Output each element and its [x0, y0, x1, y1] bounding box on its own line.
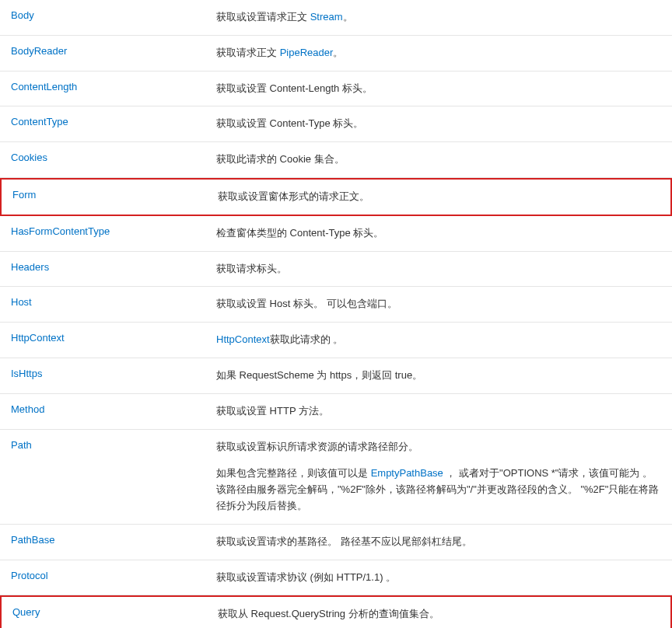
property-link[interactable]: Headers [11, 261, 49, 273]
description-text: 获取或设置请求的基路径。 路径基不应以尾部斜杠结尾。 [216, 536, 472, 547]
property-row: Form获取或设置窗体形式的请求正文。 [0, 178, 672, 216]
description-paragraph: HttpContext获取此请求的 。 [216, 332, 661, 348]
property-name-cell: BodyReader [0, 36, 216, 71]
description-text: 。 [343, 11, 353, 23]
property-name-cell: IsHttps [0, 358, 216, 393]
property-description-cell: 获取或设置请求正文 Stream。 [216, 0, 672, 35]
inline-link[interactable]: Empty [371, 467, 400, 479]
description-paragraph: 如果 RequestScheme 为 https，则返回 true。 [216, 368, 661, 384]
property-description-cell: 获取或设置请求的基路径。 路径基不应以尾部斜杠结尾。 [216, 525, 672, 560]
property-link[interactable]: BodyReader [11, 45, 67, 57]
property-name-cell: Form [2, 180, 218, 215]
property-row: PathBase获取或设置请求的基路径。 路径基不应以尾部斜杠结尾。 [0, 525, 672, 560]
property-link[interactable]: ContentLength [11, 81, 77, 92]
description-text: 获取或设置请求协议 (例如 HTTP/1.1) 。 [216, 571, 396, 583]
property-description-cell: 获取请求正文 PipeReader。 [216, 36, 672, 71]
property-link[interactable]: Path [11, 439, 32, 451]
property-row: Cookies获取此请求的 Cookie 集合。 [0, 142, 672, 178]
property-name-cell: Path [0, 430, 216, 524]
property-name-cell: Method [0, 394, 216, 429]
description-text: 如果 RequestScheme 为 https，则返回 true。 [216, 369, 422, 381]
property-link[interactable]: Query [12, 606, 40, 618]
property-name-cell: Host [0, 287, 216, 322]
description-paragraph: 获取或设置请求的基路径。 路径基不应以尾部斜杠结尾。 [216, 534, 661, 550]
description-paragraph: 获取或设置窗体形式的请求正文。 [218, 189, 660, 205]
description-text: 获取或设置 HTTP 方法。 [216, 405, 329, 417]
property-link[interactable]: Body [11, 9, 34, 21]
description-text: 获取此请求的 Cookie 集合。 [216, 153, 345, 165]
property-link[interactable]: HasFormContentType [11, 225, 110, 237]
property-row: Path获取或设置标识所请求资源的请求路径部分。如果包含完整路径，则该值可以是 … [0, 430, 672, 525]
description-paragraph: 获取请求正文 PipeReader。 [216, 45, 661, 61]
property-name-cell: Cookies [0, 142, 216, 177]
property-row: Body获取或设置请求正文 Stream。 [0, 0, 672, 36]
description-text: 获取或设置 Content-Length 标头。 [216, 82, 373, 94]
properties-table: Body获取或设置请求正文 Stream。BodyReader获取请求正文 Pi… [0, 0, 672, 628]
property-row: Method获取或设置 HTTP 方法。 [0, 394, 672, 430]
description-text: 获取或设置 Host 标头。 可以包含端口。 [216, 298, 397, 309]
description-text: 获取或设置窗体形式的请求正文。 [218, 190, 369, 202]
property-name-cell: Body [0, 0, 216, 35]
property-name-cell: Query [2, 597, 218, 628]
property-link[interactable]: Protocol [11, 570, 48, 581]
property-description-cell: 获取请求标头。 [216, 252, 672, 287]
inline-link[interactable]: HttpContext [216, 333, 270, 345]
description-paragraph: 获取或设置 Host 标头。 可以包含端口。 [216, 296, 661, 312]
inline-link[interactable]: PipeReader [280, 47, 334, 58]
property-description-cell: 检查窗体类型的 Content-Type 标头。 [216, 216, 672, 251]
property-link[interactable]: HttpContext [11, 332, 65, 344]
property-description-cell: 获取或设置 Content-Length 标头。 [216, 72, 672, 106]
property-name-cell: HttpContext [0, 323, 216, 358]
property-name-cell: Protocol [0, 560, 216, 595]
property-link[interactable]: Cookies [11, 152, 47, 163]
property-description-cell: 获取或设置请求协议 (例如 HTTP/1.1) 。 [216, 560, 672, 595]
property-description-cell: 获取或设置 HTTP 方法。 [216, 394, 672, 429]
description-text: 获取请求正文 [216, 47, 280, 58]
property-description-cell: HttpContext获取此请求的 。 [216, 323, 672, 358]
property-row: Protocol获取或设置请求协议 (例如 HTTP/1.1) 。 [0, 560, 672, 596]
description-text: 获取或设置标识所请求资源的请求路径部分。 [216, 441, 418, 452]
property-description-cell: 获取或设置窗体形式的请求正文。 [218, 180, 670, 215]
description-paragraph: 获取请求标头。 [216, 261, 661, 277]
description-paragraph: 如果包含完整路径，则该值可以是 EmptyPathBase ， 或者对于"OPT… [216, 466, 661, 514]
property-row: Host获取或设置 Host 标头。 可以包含端口。 [0, 287, 672, 323]
property-link[interactable]: ContentType [11, 116, 68, 127]
description-paragraph: 获取或设置 Content-Length 标头。 [216, 81, 661, 97]
description-paragraph: 检查窗体类型的 Content-Type 标头。 [216, 225, 661, 242]
description-text: 获取此请求的 。 [270, 333, 344, 345]
description-paragraph: 获取或设置 HTTP 方法。 [216, 403, 661, 420]
property-row: BodyReader获取请求正文 PipeReader。 [0, 36, 672, 72]
inline-link[interactable]: Stream [310, 11, 343, 23]
property-row: Headers获取请求标头。 [0, 252, 672, 288]
inline-link[interactable]: PathBase [399, 467, 443, 479]
property-name-cell: PathBase [0, 525, 216, 560]
property-link[interactable]: Form [12, 189, 36, 201]
property-row: HttpContextHttpContext获取此请求的 。 [0, 323, 672, 358]
description-paragraph: 获取或设置请求正文 Stream。 [216, 9, 661, 26]
property-description-cell: 获取从 Request.QueryString 分析的查询值集合。 [218, 597, 670, 628]
description-paragraph: 获取从 Request.QueryString 分析的查询值集合。 [218, 606, 660, 623]
property-row: IsHttps如果 RequestScheme 为 https，则返回 true… [0, 358, 672, 394]
property-link[interactable]: Method [11, 403, 44, 415]
description-text: 。 [333, 47, 343, 58]
property-description-cell: 获取或设置 Host 标头。 可以包含端口。 [216, 287, 672, 322]
property-description-cell: 获取或设置标识所请求资源的请求路径部分。如果包含完整路径，则该值可以是 Empt… [216, 430, 672, 524]
property-row: Query获取从 Request.QueryString 分析的查询值集合。 [0, 595, 672, 628]
property-description-cell: 获取或设置 Content-Type 标头。 [216, 106, 672, 141]
property-name-cell: ContentLength [0, 72, 216, 106]
description-paragraph: 获取或设置 Content-Type 标头。 [216, 116, 661, 132]
property-name-cell: ContentType [0, 106, 216, 141]
property-description-cell: 获取此请求的 Cookie 集合。 [216, 142, 672, 177]
property-row: ContentLength获取或设置 Content-Length 标头。 [0, 72, 672, 107]
description-paragraph: 获取此请求的 Cookie 集合。 [216, 152, 661, 168]
property-link[interactable]: IsHttps [11, 368, 42, 379]
description-text: 检查窗体类型的 Content-Type 标头。 [216, 227, 383, 239]
description-text: 获取或设置 Content-Type 标头。 [216, 117, 363, 129]
property-link[interactable]: PathBase [11, 534, 54, 546]
description-paragraph: 获取或设置请求协议 (例如 HTTP/1.1) 。 [216, 570, 661, 586]
property-link[interactable]: Host [11, 296, 32, 308]
description-text: 获取请求标头。 [216, 263, 287, 274]
property-row: ContentType获取或设置 Content-Type 标头。 [0, 106, 672, 142]
description-paragraph: 获取或设置标识所请求资源的请求路径部分。 [216, 439, 661, 455]
property-row: HasFormContentType检查窗体类型的 Content-Type 标… [0, 216, 672, 252]
